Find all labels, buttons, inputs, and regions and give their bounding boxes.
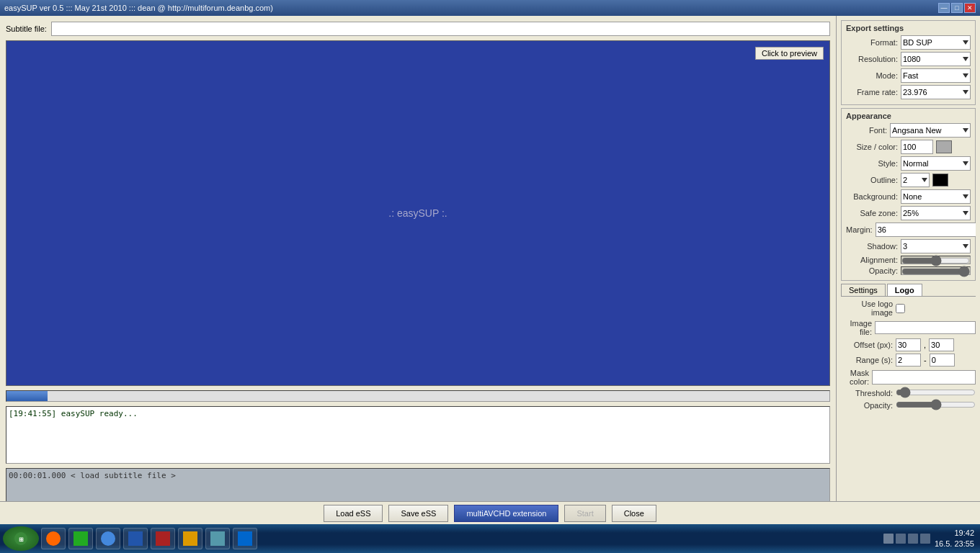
subtitle-row: Subtitle file: (6, 22, 830, 36)
taskbar-item-6[interactable] (178, 528, 202, 549)
right-panel: Export settings Format: BD SUP DVD SUB S… (836, 16, 980, 524)
titlebar: easySUP ver 0.5 ::: May 21st 2010 ::: de… (0, 0, 980, 16)
export-settings-title: Export settings (846, 24, 971, 32)
outline-label: Outline: (846, 176, 898, 184)
taskbar-item-3[interactable] (96, 528, 120, 549)
app-icon-6 (183, 531, 197, 546)
range-row: Range (s): - (841, 354, 976, 367)
log-area: [19:41:55] easySUP ready... (6, 406, 830, 464)
size-color-row: Size / color: 100 (846, 140, 971, 154)
systray-icon-2 (896, 534, 906, 544)
shadow-select[interactable]: 012345 (901, 239, 971, 253)
margin-row: Margin: (846, 222, 971, 237)
tab-logo[interactable]: Logo (887, 284, 922, 296)
threshold-slider[interactable] (896, 388, 976, 397)
systray-icon-1 (883, 534, 894, 544)
taskbar-item-4[interactable] (123, 528, 148, 549)
title-text: easySUP ver 0.5 ::: May 21st 2010 ::: de… (4, 4, 273, 12)
start-button[interactable]: Start (564, 505, 605, 522)
preview-area: .: easySUP :. Click to preview (6, 40, 830, 386)
left-panel: Subtitle file: .: easySUP :. Click to pr… (0, 16, 836, 524)
margin-label: Margin: (846, 225, 873, 234)
app-icon-5 (156, 531, 170, 546)
systray-icons (883, 534, 930, 544)
mask-color-label: Mask color: (841, 369, 869, 386)
style-row: Style: Normal Bold Italic Bold Italic (846, 156, 971, 171)
safezone-select[interactable]: 10%15%20%25%30% (901, 206, 971, 220)
framerate-select[interactable]: 23.976 24 25 29.97 30 (901, 85, 971, 99)
background-select[interactable]: None Box Shaded (901, 189, 971, 204)
load-ess-button[interactable]: Load eSS (324, 505, 383, 522)
resolution-row: Resolution: 1080 720 480 (846, 52, 971, 66)
background-label: Background: (846, 192, 898, 201)
shadow-row: Shadow: 012345 (846, 239, 971, 253)
offset-y-input[interactable] (929, 338, 954, 351)
offset-x-input[interactable] (896, 338, 921, 351)
style-label: Style: (846, 159, 898, 168)
format-select[interactable]: BD SUP DVD SUB SRT (901, 35, 971, 50)
format-label: Format: (846, 38, 898, 47)
preview-text: .: easySUP :. (388, 207, 447, 219)
start-menu-button[interactable]: ⊞ (3, 526, 39, 551)
main-window: Subtitle file: .: easySUP :. Click to pr… (0, 16, 980, 524)
bottom-toolbar: Load eSS Save eSS multiAVCHD extension S… (0, 501, 980, 524)
click-preview-button[interactable]: Click to preview (755, 47, 824, 60)
offset-sep: , (924, 341, 926, 349)
right-scroll: Export settings Format: BD SUP DVD SUB S… (841, 20, 976, 520)
mask-color-input[interactable] (872, 370, 976, 385)
threshold-row: Threshold: (841, 388, 976, 398)
image-file-input[interactable] (875, 321, 976, 334)
outline-select[interactable]: 012345 (901, 173, 930, 187)
size-label: Size / color: (846, 143, 898, 151)
logo-section: Use logo image Image file: Offset (px): … (841, 297, 976, 410)
use-logo-checkbox[interactable] (896, 304, 905, 313)
maximize-button[interactable]: □ (951, 3, 963, 13)
shadow-label: Shadow: (846, 242, 898, 251)
taskbar-item-8[interactable] (233, 528, 257, 549)
logo-opacity-row: Opacity: (841, 400, 976, 410)
margin-input[interactable] (876, 222, 976, 237)
font-select[interactable]: Angsana New Arial Times New Roman (890, 123, 971, 138)
subtitle-input[interactable] (51, 22, 830, 36)
save-ess-button[interactable]: Save eSS (388, 505, 448, 522)
opacity-label: Opacity: (846, 266, 898, 275)
outline-row: Outline: 012345 (846, 173, 971, 187)
opacity-slider[interactable] (901, 267, 970, 276)
mode-select[interactable]: Fast Normal Slow (901, 68, 971, 83)
taskbar-item-2[interactable] (68, 528, 93, 549)
size-input[interactable]: 100 (901, 140, 933, 154)
color-swatch[interactable] (936, 140, 952, 153)
font-label: Font: (846, 126, 887, 135)
image-file-label: Image file: (841, 319, 872, 336)
taskbar-item-7[interactable] (205, 528, 230, 549)
range-start-input[interactable] (896, 354, 921, 367)
tab-settings[interactable]: Settings (841, 284, 886, 296)
close-bottom-button[interactable]: Close (612, 505, 656, 522)
firefox-icon (46, 531, 61, 546)
range-end-input[interactable] (930, 354, 955, 367)
log-message: [19:41:55] easySUP ready... (9, 409, 138, 418)
resolution-select[interactable]: 1080 720 480 (901, 52, 971, 66)
offset-label: Offset (px): (841, 341, 893, 349)
windows-logo-icon: ⊞ (14, 531, 28, 546)
alignment-row: Alignment: (846, 256, 971, 264)
alignment-label: Alignment: (846, 256, 898, 264)
taskbar-item-5[interactable] (151, 528, 175, 549)
systray: 19:42 16.5. 23:55 (883, 528, 977, 550)
range-label: Range (s): (841, 356, 893, 364)
alignment-slider[interactable] (901, 256, 970, 265)
subtitle-entry: 00:00:01.000 < load subtitle file > (9, 471, 176, 480)
multi-vchd-button[interactable]: multiAVCHD extension (454, 505, 558, 522)
resolution-label: Resolution: (846, 55, 898, 63)
minimize-button[interactable]: — (938, 3, 950, 13)
clock-date: 16.5. 23:55 (935, 539, 974, 549)
export-settings-group: Export settings Format: BD SUP DVD SUB S… (841, 20, 976, 105)
close-button[interactable]: ✕ (964, 3, 976, 13)
opacity-row: Opacity: (846, 266, 971, 275)
taskbar-item-1[interactable] (41, 528, 66, 549)
logo-opacity-slider[interactable] (896, 400, 976, 409)
format-row: Format: BD SUP DVD SUB SRT (846, 35, 971, 50)
style-select[interactable]: Normal Bold Italic Bold Italic (901, 156, 971, 171)
svg-text:⊞: ⊞ (19, 536, 24, 543)
outline-color-swatch[interactable] (932, 174, 948, 186)
